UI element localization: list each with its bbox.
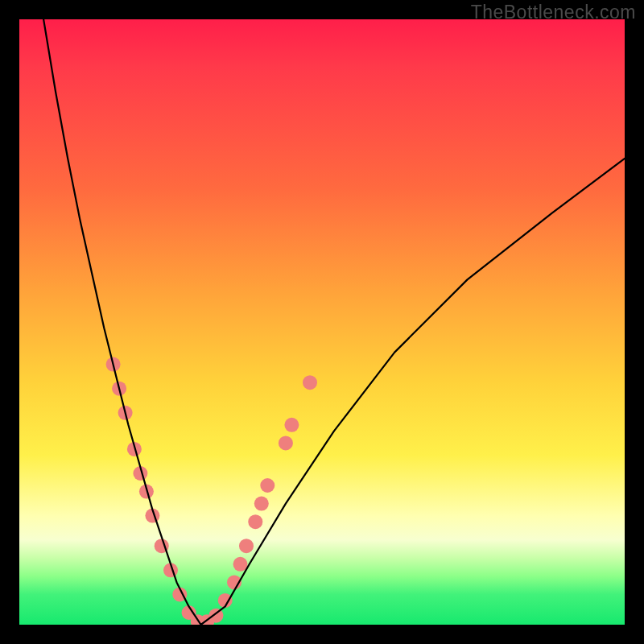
curve-marker — [248, 514, 262, 529]
curve-marker — [260, 478, 275, 493]
curve-marker — [239, 539, 254, 553]
marker-layer — [106, 357, 317, 625]
curve-marker — [279, 436, 293, 450]
chart-plot-area — [19, 19, 625, 625]
watermark-text: TheBottleneck.com — [471, 2, 636, 23]
curve-marker — [303, 375, 317, 390]
curve-marker — [233, 557, 248, 572]
chart-svg — [19, 19, 625, 625]
chart-frame: TheBottleneck.com — [0, 0, 644, 644]
curve-marker — [254, 497, 269, 511]
bottleneck-curve — [43, 19, 625, 625]
curve-marker — [284, 418, 299, 432]
